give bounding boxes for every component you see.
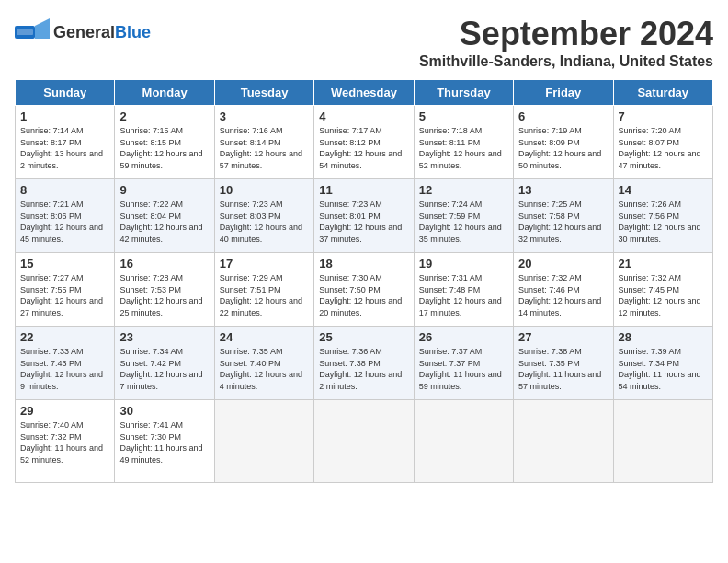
day-info: Sunrise: 7:29 AMSunset: 7:51 PMDaylight:… [220, 272, 309, 318]
day-number: 11 [319, 183, 408, 197]
day-info: Sunrise: 7:19 AMSunset: 8:09 PMDaylight:… [518, 125, 608, 171]
calendar-day-cell [514, 400, 613, 483]
logo-blue: Blue [115, 23, 151, 41]
day-number: 21 [619, 257, 708, 270]
svg-marker-1 [35, 18, 50, 39]
col-saturday: Saturday [613, 80, 712, 106]
calendar-day-cell: 30Sunrise: 7:41 AMSunset: 7:30 PMDayligh… [115, 400, 214, 483]
day-number: 13 [518, 183, 608, 197]
location-title: Smithville-Sanders, Indiana, United Stat… [419, 53, 713, 70]
calendar-day-cell: 19Sunrise: 7:31 AMSunset: 7:48 PMDayligh… [414, 253, 513, 327]
day-info: Sunrise: 7:32 AMSunset: 7:46 PMDaylight:… [518, 272, 608, 318]
day-number: 27 [518, 330, 608, 344]
header: GeneralBlue September 2024 Smithville-Sa… [15, 15, 713, 70]
calendar-day-cell: 12Sunrise: 7:24 AMSunset: 7:59 PMDayligh… [414, 179, 513, 253]
calendar-day-cell: 20Sunrise: 7:32 AMSunset: 7:46 PMDayligh… [514, 253, 613, 327]
day-info: Sunrise: 7:34 AMSunset: 7:42 PMDaylight:… [119, 346, 209, 392]
month-title: September 2024 [419, 15, 713, 53]
day-number: 9 [119, 183, 209, 197]
day-info: Sunrise: 7:33 AMSunset: 7:43 PMDaylight:… [20, 346, 109, 392]
day-number: 8 [20, 183, 109, 197]
calendar-day-cell: 4Sunrise: 7:17 AMSunset: 8:12 PMDaylight… [314, 106, 414, 179]
calendar-day-cell: 13Sunrise: 7:25 AMSunset: 7:58 PMDayligh… [514, 179, 613, 253]
day-number: 14 [619, 183, 708, 197]
calendar: Sunday Monday Tuesday Wednesday Thursday… [15, 79, 713, 483]
calendar-day-cell: 17Sunrise: 7:29 AMSunset: 7:51 PMDayligh… [214, 253, 313, 327]
calendar-day-cell [613, 400, 712, 483]
calendar-day-cell: 21Sunrise: 7:32 AMSunset: 7:45 PMDayligh… [613, 253, 712, 327]
calendar-week-row: 22Sunrise: 7:33 AMSunset: 7:43 PMDayligh… [16, 327, 713, 400]
day-number: 2 [119, 109, 209, 123]
calendar-day-cell: 16Sunrise: 7:28 AMSunset: 7:53 PMDayligh… [115, 253, 214, 327]
col-thursday: Thursday [414, 80, 513, 106]
day-number: 1 [20, 109, 109, 123]
day-number: 25 [319, 330, 408, 344]
day-info: Sunrise: 7:39 AMSunset: 7:34 PMDaylight:… [619, 346, 708, 392]
day-number: 5 [419, 109, 508, 123]
day-number: 19 [419, 257, 508, 270]
day-number: 30 [119, 404, 209, 418]
calendar-day-cell: 22Sunrise: 7:33 AMSunset: 7:43 PMDayligh… [16, 327, 115, 400]
calendar-day-cell: 1Sunrise: 7:14 AMSunset: 8:17 PMDaylight… [16, 106, 115, 179]
calendar-day-cell: 28Sunrise: 7:39 AMSunset: 7:34 PMDayligh… [613, 327, 712, 400]
day-info: Sunrise: 7:15 AMSunset: 8:15 PMDaylight:… [119, 125, 209, 171]
day-info: Sunrise: 7:32 AMSunset: 7:45 PMDaylight:… [619, 272, 708, 318]
calendar-day-cell: 6Sunrise: 7:19 AMSunset: 8:09 PMDaylight… [514, 106, 613, 179]
day-number: 23 [119, 330, 209, 344]
calendar-day-cell: 27Sunrise: 7:38 AMSunset: 7:35 PMDayligh… [514, 327, 613, 400]
calendar-day-cell: 26Sunrise: 7:37 AMSunset: 7:37 PMDayligh… [414, 327, 513, 400]
day-info: Sunrise: 7:25 AMSunset: 7:58 PMDaylight:… [518, 199, 608, 245]
calendar-day-cell: 24Sunrise: 7:35 AMSunset: 7:40 PMDayligh… [214, 327, 313, 400]
day-number: 17 [220, 257, 309, 270]
day-info: Sunrise: 7:27 AMSunset: 7:55 PMDaylight:… [20, 272, 109, 318]
col-tuesday: Tuesday [214, 80, 313, 106]
day-info: Sunrise: 7:22 AMSunset: 8:04 PMDaylight:… [119, 199, 209, 245]
day-info: Sunrise: 7:31 AMSunset: 7:48 PMDaylight:… [419, 272, 508, 318]
day-info: Sunrise: 7:38 AMSunset: 7:35 PMDaylight:… [518, 346, 608, 392]
calendar-day-cell: 3Sunrise: 7:16 AMSunset: 8:14 PMDaylight… [214, 106, 313, 179]
calendar-day-cell: 25Sunrise: 7:36 AMSunset: 7:38 PMDayligh… [314, 327, 414, 400]
day-info: Sunrise: 7:30 AMSunset: 7:50 PMDaylight:… [319, 272, 408, 318]
day-info: Sunrise: 7:28 AMSunset: 7:53 PMDaylight:… [119, 272, 209, 318]
day-info: Sunrise: 7:18 AMSunset: 8:11 PMDaylight:… [419, 125, 508, 171]
day-info: Sunrise: 7:23 AMSunset: 8:01 PMDaylight:… [319, 199, 408, 245]
calendar-day-cell: 11Sunrise: 7:23 AMSunset: 8:01 PMDayligh… [314, 179, 414, 253]
col-sunday: Sunday [16, 80, 115, 106]
calendar-week-row: 1Sunrise: 7:14 AMSunset: 8:17 PMDaylight… [16, 106, 713, 179]
calendar-day-cell: 10Sunrise: 7:23 AMSunset: 8:03 PMDayligh… [214, 179, 313, 253]
day-info: Sunrise: 7:35 AMSunset: 7:40 PMDaylight:… [220, 346, 309, 392]
calendar-day-cell: 2Sunrise: 7:15 AMSunset: 8:15 PMDaylight… [115, 106, 214, 179]
day-info: Sunrise: 7:40 AMSunset: 7:32 PMDaylight:… [20, 419, 109, 465]
calendar-day-cell [214, 400, 313, 483]
day-number: 15 [20, 257, 109, 270]
calendar-week-row: 29Sunrise: 7:40 AMSunset: 7:32 PMDayligh… [16, 400, 713, 483]
day-info: Sunrise: 7:41 AMSunset: 7:30 PMDaylight:… [119, 419, 209, 465]
day-info: Sunrise: 7:16 AMSunset: 8:14 PMDaylight:… [220, 125, 309, 171]
day-number: 7 [619, 109, 708, 123]
svg-rect-2 [17, 29, 33, 35]
calendar-day-cell: 7Sunrise: 7:20 AMSunset: 8:07 PMDaylight… [613, 106, 712, 179]
day-number: 16 [119, 257, 209, 270]
day-info: Sunrise: 7:14 AMSunset: 8:17 PMDaylight:… [20, 125, 109, 171]
day-info: Sunrise: 7:20 AMSunset: 8:07 PMDaylight:… [619, 125, 708, 171]
day-number: 6 [518, 109, 608, 123]
logo-icon [15, 18, 50, 46]
day-number: 10 [220, 183, 309, 197]
day-info: Sunrise: 7:21 AMSunset: 8:06 PMDaylight:… [20, 199, 109, 245]
calendar-day-cell: 18Sunrise: 7:30 AMSunset: 7:50 PMDayligh… [314, 253, 414, 327]
calendar-week-row: 8Sunrise: 7:21 AMSunset: 8:06 PMDaylight… [16, 179, 713, 253]
calendar-week-row: 15Sunrise: 7:27 AMSunset: 7:55 PMDayligh… [16, 253, 713, 327]
day-number: 4 [319, 109, 408, 123]
calendar-day-cell: 8Sunrise: 7:21 AMSunset: 8:06 PMDaylight… [16, 179, 115, 253]
calendar-day-cell: 15Sunrise: 7:27 AMSunset: 7:55 PMDayligh… [16, 253, 115, 327]
day-info: Sunrise: 7:37 AMSunset: 7:37 PMDaylight:… [419, 346, 508, 392]
title-area: September 2024 Smithville-Sanders, India… [419, 15, 713, 70]
day-number: 24 [220, 330, 309, 344]
col-friday: Friday [514, 80, 613, 106]
calendar-day-cell: 9Sunrise: 7:22 AMSunset: 8:04 PMDaylight… [115, 179, 214, 253]
day-info: Sunrise: 7:17 AMSunset: 8:12 PMDaylight:… [319, 125, 408, 171]
logo-general: General [53, 23, 115, 41]
calendar-day-cell: 5Sunrise: 7:18 AMSunset: 8:11 PMDaylight… [414, 106, 513, 179]
day-info: Sunrise: 7:36 AMSunset: 7:38 PMDaylight:… [319, 346, 408, 392]
day-info: Sunrise: 7:24 AMSunset: 7:59 PMDaylight:… [419, 199, 508, 245]
